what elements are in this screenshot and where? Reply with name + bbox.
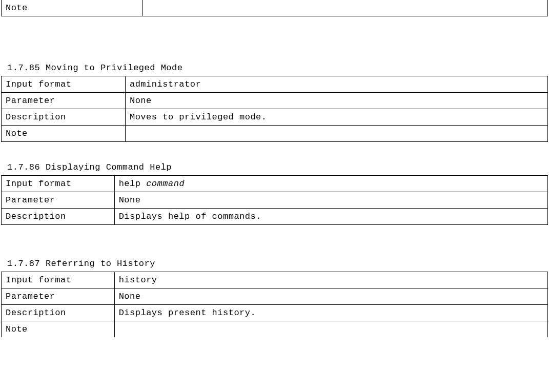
- section-1-7-85: 1.7.85 Moving to Privileged Mode Input f…: [0, 60, 549, 142]
- table-row: Description Displays help of commands.: [2, 209, 548, 225]
- description-label: Description: [2, 209, 115, 225]
- table-row: Description Displays present history.: [2, 305, 548, 321]
- parameter-value: None: [114, 192, 547, 209]
- parameter-label: Parameter: [2, 192, 115, 209]
- input-format-prefix: help: [119, 179, 147, 189]
- table-row: Input format history: [2, 272, 548, 288]
- note-value: [114, 321, 547, 338]
- input-format-label: Input format: [2, 76, 126, 93]
- section-heading: 1.7.85 Moving to Privileged Mode: [0, 60, 549, 76]
- table-row: Parameter None: [2, 93, 548, 109]
- parameter-value: None: [114, 288, 547, 305]
- input-format-label: Input format: [2, 176, 115, 192]
- description-value: Displays help of commands.: [114, 209, 547, 225]
- table-row: Note: [2, 126, 548, 142]
- previous-section-fragment: Note: [0, 0, 549, 16]
- parameter-label: Parameter: [2, 288, 115, 305]
- input-format-value: help command: [114, 176, 547, 192]
- fragment-table: Note: [1, 0, 548, 16]
- command-table: Input format help command Parameter None…: [1, 175, 548, 225]
- command-table: Input format history Parameter None Desc…: [1, 272, 548, 337]
- note-label: Note: [2, 126, 126, 142]
- table-row: Parameter None: [2, 192, 548, 209]
- note-label-cell: Note: [2, 0, 143, 16]
- section-1-7-86: 1.7.86 Displaying Command Help Input for…: [0, 159, 549, 225]
- input-format-label: Input format: [2, 272, 115, 288]
- input-format-italic: command: [146, 179, 185, 189]
- section-1-7-87: 1.7.87 Referring to History Input format…: [0, 256, 549, 337]
- table-row: Description Moves to privileged mode.: [2, 109, 548, 126]
- description-value: Moves to privileged mode.: [125, 109, 547, 126]
- section-heading: 1.7.87 Referring to History: [0, 256, 549, 272]
- note-value-cell: [143, 0, 548, 16]
- parameter-label: Parameter: [2, 93, 126, 109]
- input-format-value: history: [114, 272, 547, 288]
- table-row: Input format help command: [2, 176, 548, 192]
- description-label: Description: [2, 305, 115, 321]
- table-row: Input format administrator: [2, 76, 548, 93]
- table-row: Note: [2, 321, 548, 338]
- parameter-value: None: [125, 93, 547, 109]
- description-label: Description: [2, 109, 126, 126]
- table-row: Parameter None: [2, 288, 548, 305]
- note-label: Note: [2, 321, 115, 338]
- table-row: Note: [2, 0, 548, 16]
- command-table: Input format administrator Parameter Non…: [1, 76, 548, 142]
- description-value: Displays present history.: [114, 305, 547, 321]
- section-heading: 1.7.86 Displaying Command Help: [0, 159, 549, 175]
- input-format-value: administrator: [125, 76, 547, 93]
- note-value: [125, 126, 547, 142]
